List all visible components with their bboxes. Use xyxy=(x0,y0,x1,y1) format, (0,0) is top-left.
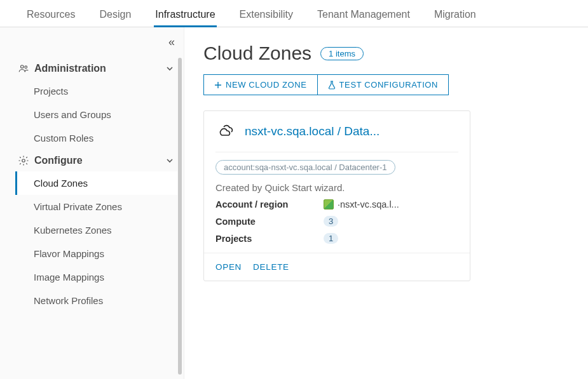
main-content: Cloud Zones 1 items NEW CLOUD ZONE TEST … xyxy=(184,27,588,379)
gear-icon xyxy=(18,155,29,166)
tab-tenant-management[interactable]: Tenant Management xyxy=(316,6,411,27)
sidebar-item-projects[interactable]: Projects xyxy=(15,79,177,103)
plus-icon xyxy=(214,81,222,89)
compute-label: Compute xyxy=(215,216,324,227)
test-configuration-button[interactable]: TEST CONFIGURATION xyxy=(317,75,449,95)
card-description: Created by Quick Start wizard. xyxy=(215,182,458,193)
sidebar-item-custom-roles[interactable]: Custom Roles xyxy=(15,126,177,150)
svg-point-0 xyxy=(21,65,24,69)
action-buttons: NEW CLOUD ZONE TEST CONFIGURATION xyxy=(203,74,449,95)
sidebar: « Administration Projects Users and Grou… xyxy=(0,27,184,379)
sidebar-item-image-mappings[interactable]: Image Mappings xyxy=(15,265,177,289)
open-button[interactable]: OPEN xyxy=(215,262,242,272)
account-tag: account:sqa-nsxt-vc.sqa.local / Datacent… xyxy=(215,160,395,175)
sidebar-item-virtual-private-zones[interactable]: Virtual Private Zones xyxy=(15,195,177,218)
vsphere-icon xyxy=(324,199,334,209)
sidebar-item-cloud-zones[interactable]: Cloud Zones xyxy=(15,171,177,195)
sidebar-item-users-and-groups[interactable]: Users and Groups xyxy=(15,103,177,126)
sidebar-scrollbar[interactable] xyxy=(178,58,182,375)
cloud-stack-icon xyxy=(215,123,238,140)
sidebar-section-administration[interactable]: Administration xyxy=(15,58,177,79)
chevron-down-icon xyxy=(166,157,175,164)
delete-button[interactable]: DELETE xyxy=(253,262,289,272)
top-tabbar: Resources Design Infrastructure Extensib… xyxy=(0,0,588,27)
projects-label: Projects xyxy=(215,234,324,244)
item-count-badge: 1 items xyxy=(320,47,364,60)
compute-count-badge: 3 xyxy=(324,216,338,227)
sidebar-item-flavor-mappings[interactable]: Flavor Mappings xyxy=(15,242,177,265)
button-label: NEW CLOUD ZONE xyxy=(226,80,307,90)
svg-point-1 xyxy=(25,66,27,69)
account-region-label: Account / region xyxy=(215,199,324,209)
account-region-value: ·nsxt-vc.sqa.l... xyxy=(338,199,399,209)
cloud-zone-title-link[interactable]: nsxt-vc.sqa.local / Data... xyxy=(245,124,379,138)
chevron-down-icon xyxy=(166,65,175,72)
divider xyxy=(215,152,458,152)
sidebar-section-label: Administration xyxy=(34,63,106,74)
new-cloud-zone-button[interactable]: NEW CLOUD ZONE xyxy=(204,75,317,95)
tab-migration[interactable]: Migration xyxy=(433,6,477,27)
page-title: Cloud Zones xyxy=(203,43,311,64)
button-label: TEST CONFIGURATION xyxy=(339,80,439,90)
projects-count-badge: 1 xyxy=(324,233,338,244)
sidebar-item-kubernetes-zones[interactable]: Kubernetes Zones xyxy=(15,218,177,242)
svg-point-2 xyxy=(22,159,25,163)
sidebar-section-configure[interactable]: Configure xyxy=(15,150,177,171)
sidebar-item-network-profiles[interactable]: Network Profiles xyxy=(15,289,177,312)
cloud-zone-card: nsxt-vc.sqa.local / Data... account:sqa-… xyxy=(203,110,470,281)
collapse-sidebar-icon[interactable]: « xyxy=(168,36,175,49)
flask-icon xyxy=(328,81,336,90)
users-group-icon xyxy=(18,63,29,74)
tab-infrastructure[interactable]: Infrastructure xyxy=(154,6,216,27)
tab-extensibility[interactable]: Extensibility xyxy=(238,6,294,27)
tab-design[interactable]: Design xyxy=(98,6,132,27)
sidebar-section-label: Configure xyxy=(34,155,83,166)
tab-resources[interactable]: Resources xyxy=(25,6,76,27)
